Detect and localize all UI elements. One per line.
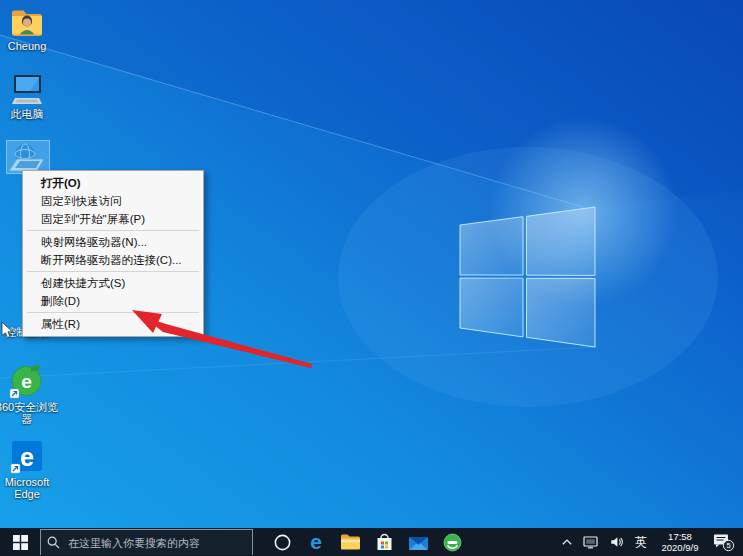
menu-item-pin-to-start[interactable]: 固定到"开始"屏幕(P)	[23, 210, 203, 228]
this-pc-icon	[10, 74, 44, 106]
menu-separator	[27, 271, 199, 272]
tray-volume-button[interactable]	[604, 528, 629, 556]
svg-text:e: e	[21, 371, 32, 392]
desktop-icon-user-folder[interactable]: Cheung	[0, 5, 60, 52]
svg-text:e: e	[310, 531, 322, 553]
desktop-icon-360-browser[interactable]: e 360安全浏览器	[0, 363, 60, 425]
tray-clock[interactable]: 17:58 2020/9/9	[653, 531, 707, 553]
search-icon	[47, 536, 60, 549]
tray-action-center-button[interactable]: 5	[707, 528, 743, 556]
taskbar-cortana-button[interactable]	[265, 528, 299, 556]
mail-icon	[408, 534, 429, 551]
desktop-icon-label: 360安全浏览器	[0, 401, 60, 425]
clock-date: 2020/9/9	[655, 542, 705, 553]
menu-item-pin-quick-access[interactable]: 固定到快速访问	[23, 192, 203, 210]
menu-item-map-network-drive[interactable]: 映射网络驱动器(N)...	[23, 233, 203, 251]
taskbar-file-explorer-button[interactable]	[333, 528, 367, 556]
menu-item-create-shortcut[interactable]: 创建快捷方式(S)	[23, 274, 203, 292]
language-label: 英	[635, 534, 647, 551]
360-browser-icon: e	[9, 363, 45, 399]
desktop-icon-label: 此电脑	[0, 108, 60, 120]
network-ethernet-icon	[583, 535, 599, 549]
svg-text:e: e	[20, 443, 34, 471]
notification-badge: 5	[726, 541, 730, 550]
edge-icon: e	[305, 531, 327, 553]
taskbar-360-browser-button[interactable]	[435, 528, 469, 556]
taskbar-edge-button[interactable]: e	[299, 528, 333, 556]
file-explorer-icon	[340, 533, 361, 551]
windows-start-icon	[13, 535, 28, 550]
tray-network-button[interactable]	[578, 528, 604, 556]
tray-language-indicator[interactable]: 英	[629, 528, 653, 556]
menu-item-properties[interactable]: 属性(R)	[23, 315, 203, 333]
menu-separator	[27, 230, 199, 231]
context-menu: 打开(O) 固定到快速访问 固定到"开始"屏幕(P) 映射网络驱动器(N)...…	[22, 170, 204, 337]
clock-time: 17:58	[655, 531, 705, 542]
taskbar-store-button[interactable]	[367, 528, 401, 556]
user-folder-icon	[9, 5, 45, 38]
desktop-icon-network[interactable]	[0, 142, 60, 173]
desktop-icon-label: Cheung	[0, 40, 60, 52]
desktop-icon-edge[interactable]: e Microsoft Edge	[0, 440, 60, 500]
store-icon	[375, 532, 394, 552]
network-icon	[7, 142, 47, 173]
search-input[interactable]	[66, 536, 246, 550]
shortcut-arrow-badge	[11, 464, 20, 473]
shortcut-arrow-badge	[10, 389, 19, 398]
action-center-icon: 5	[713, 532, 735, 552]
start-button[interactable]	[0, 528, 40, 556]
taskbar-mail-button[interactable]	[401, 528, 435, 556]
menu-item-disconnect-network-drive[interactable]: 断开网络驱动器的连接(C)...	[23, 251, 203, 269]
tray-show-hidden-icons-button[interactable]	[556, 528, 578, 556]
chevron-up-icon	[561, 536, 573, 548]
desktop-icon-this-pc[interactable]: 此电脑	[0, 74, 60, 120]
menu-item-delete[interactable]: 删除(D)	[23, 292, 203, 310]
edge-icon: e	[10, 440, 44, 474]
taskbar-search-box[interactable]	[40, 529, 253, 555]
system-tray: 英 17:58 2020/9/9 5	[556, 528, 743, 556]
desktop-icon-label: Microsoft Edge	[0, 476, 60, 500]
windows-desktop: Cheung 此电脑 控制面板 e	[0, 0, 743, 556]
menu-separator	[27, 312, 199, 313]
360-browser-icon	[443, 533, 462, 552]
speaker-icon	[609, 535, 624, 549]
cortana-icon	[273, 533, 292, 552]
menu-item-open[interactable]: 打开(O)	[23, 174, 203, 192]
taskbar: e	[0, 528, 743, 556]
